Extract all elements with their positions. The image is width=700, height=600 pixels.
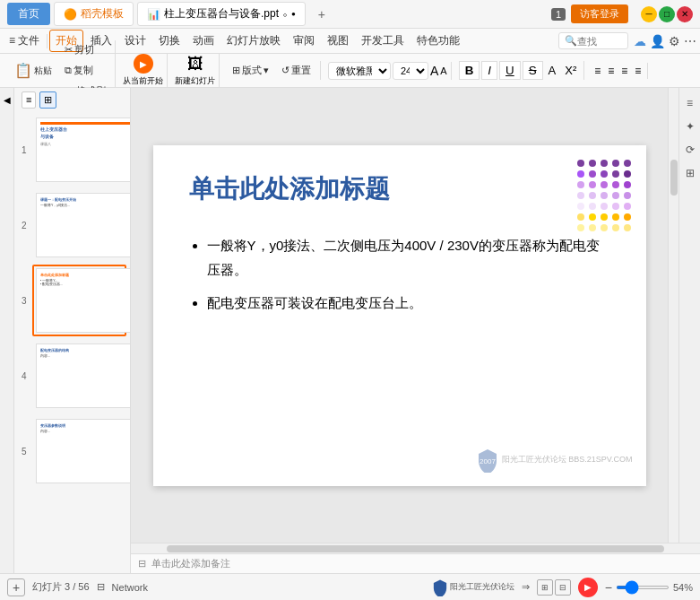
template-tab[interactable]: 🟠 稻壳模板 <box>54 2 134 26</box>
minimize-button[interactable]: ─ <box>641 6 657 22</box>
zoom-slider[interactable] <box>616 586 670 589</box>
login-button[interactable]: 访客登录 <box>571 4 628 23</box>
panel-toggle-button[interactable]: ◀ <box>0 88 14 573</box>
slide-number-2: 2 <box>22 221 27 230</box>
dot <box>601 213 608 221</box>
font-size-decrease-icon[interactable]: A <box>440 65 446 76</box>
dot <box>624 181 631 188</box>
align-left-icon[interactable]: ≡ <box>592 63 603 79</box>
bullet-2: 配电变压器可装设在配电变压台上。 <box>207 291 610 315</box>
menu-review[interactable]: 审阅 <box>288 30 320 51</box>
cut-button[interactable]: ✂ 剪切 <box>59 40 111 59</box>
layout-button[interactable]: ⊞ 版式 ▾ <box>227 61 274 80</box>
menu-devtools[interactable]: 开发工具 <box>356 30 410 51</box>
bold-button[interactable]: B <box>459 61 480 80</box>
outline-tab[interactable]: ≡ <box>22 91 36 109</box>
slide-thumb-1[interactable]: 1 柱上变压器台 与设备 课题八 <box>32 114 126 186</box>
separator-icon: ⊟ <box>97 581 105 593</box>
title-bar-left: 首页 🟠 稻壳模板 📊 柱上变压器台与设备.ppt ⬦ ● + <box>7 2 334 26</box>
horizontal-scrollbar[interactable] <box>131 543 700 553</box>
dot <box>612 224 619 231</box>
dot <box>601 160 608 167</box>
menu-animation[interactable]: 动画 <box>187 30 220 51</box>
copy-button[interactable]: ⧉ 复制 <box>59 61 111 80</box>
right-panel-btn-3[interactable]: ⟳ <box>682 142 698 158</box>
thumbnail-tab[interactable]: ⊞ <box>39 91 56 109</box>
right-panel-btn-1[interactable]: ≡ <box>682 95 698 111</box>
text-format-group: B I U S A X² <box>455 61 585 80</box>
new-slide-button[interactable]: 🖼 <box>186 54 205 74</box>
paste-icon: 📋 <box>14 62 32 79</box>
zoom-minus-button[interactable]: − <box>605 580 612 595</box>
dot <box>601 192 608 199</box>
slide-content[interactable]: 一般将Y，y0接法、二次侧电压为400V / 230V的变压器称为配电变压器。 … <box>153 233 646 315</box>
dot <box>589 160 596 167</box>
dot <box>589 203 596 210</box>
normal-view-button[interactable]: ⊞ <box>537 579 553 596</box>
slide-canvas[interactable]: 单击此处添加标题 一般将Y，y0接法、二次侧电压为400V / 230V的变压器… <box>153 145 646 486</box>
decorative-dots <box>577 160 632 231</box>
slides-panel: ≡ ⊞ 1 柱上变压器台 与设备 课题八 2 课题一：配电变压开始 一般将Y，y… <box>14 88 131 573</box>
dot <box>589 170 596 178</box>
menu-design[interactable]: 设计 <box>119 30 151 51</box>
justify-icon[interactable]: ≡ <box>632 63 644 79</box>
font-size-select[interactable]: 24 <box>393 62 428 80</box>
paste-button[interactable]: 📋 粘贴 <box>9 59 57 82</box>
notes-placeholder: 单击此处添加备注 <box>151 557 230 570</box>
strikethrough-button[interactable]: S <box>523 61 543 80</box>
menu-view[interactable]: 视图 <box>322 30 354 51</box>
search-input[interactable] <box>577 36 622 47</box>
slide-thumb-5[interactable]: 5 变压器参数说明 内容... <box>32 415 126 487</box>
vertical-scrollbar[interactable] <box>668 88 678 543</box>
shield-small-icon <box>432 578 448 596</box>
align-right-icon[interactable]: ≡ <box>618 63 630 79</box>
italic-button[interactable]: I <box>481 61 497 80</box>
notes-bar[interactable]: ⊟ 单击此处添加备注 <box>131 553 700 573</box>
dot <box>577 170 584 178</box>
font-color-icon[interactable]: A <box>545 62 560 79</box>
user-icon: 👤 <box>650 34 665 48</box>
slide-title-placeholder[interactable]: 单击此处添加标题 <box>153 145 646 215</box>
home-tab[interactable]: 首页 <box>7 3 50 25</box>
menu-slideshow[interactable]: 幻灯片放映 <box>221 30 286 51</box>
dot <box>612 170 619 178</box>
slideshow-group: ▶ 从当前开始 <box>119 54 168 87</box>
title-bar-right: 1 访客登录 ─ □ ✕ <box>551 4 693 23</box>
font-size-increase-icon[interactable]: A <box>430 64 438 78</box>
right-panel-btn-4[interactable]: ⊞ <box>682 165 698 181</box>
slide-thumb-3[interactable]: 3 单击此处添加标题 • 一般将Y... • 配电变压器... <box>32 265 126 336</box>
font-group: 微软雅黑 24 A A <box>324 62 452 80</box>
dot <box>577 181 584 188</box>
grid-view-button[interactable]: ⊟ <box>555 579 571 596</box>
shield-icon: 2007 <box>477 448 498 473</box>
dot <box>612 192 619 199</box>
slide-thumb-2[interactable]: 2 课题一：配电变压开始 一般将Y，y0接法... <box>32 189 126 261</box>
add-slide-button[interactable]: + <box>7 578 25 596</box>
menu-switch[interactable]: 切换 <box>153 30 186 51</box>
slide-thumb-4[interactable]: 4 配电变压器的结构 内容... <box>32 340 126 412</box>
search-icon: 🔍 <box>565 35 577 47</box>
dot <box>601 181 608 188</box>
dot <box>624 192 631 199</box>
search-box[interactable]: 🔍 <box>558 32 628 49</box>
maximize-button[interactable]: □ <box>659 6 675 22</box>
highlight-icon[interactable]: X² <box>561 62 580 79</box>
file-tab[interactable]: 📊 柱上变压器台与设备.ppt ⬦ ● <box>137 2 306 26</box>
layout-icon: ⊞ <box>232 65 240 76</box>
reset-button[interactable]: ↺ 重置 <box>276 61 316 80</box>
arrow-button[interactable]: ⇒ <box>522 581 530 593</box>
logo-text: 阳光工匠光伏论坛 BBS.21SPV.COM <box>502 455 633 465</box>
right-panel-btn-2[interactable]: ✦ <box>682 118 698 135</box>
collapse-icon: ◀ <box>4 95 11 105</box>
menu-special[interactable]: 特色功能 <box>411 30 465 51</box>
view-buttons: ⊞ ⊟ <box>537 579 571 596</box>
align-center-icon[interactable]: ≡ <box>605 63 617 79</box>
new-tab-button[interactable]: + <box>309 4 334 25</box>
play-status-button[interactable]: ▶ <box>578 578 598 597</box>
underline-button[interactable]: U <box>499 61 521 80</box>
font-family-select[interactable]: 微软雅黑 <box>328 62 391 80</box>
play-button[interactable]: ▶ <box>134 54 153 74</box>
close-button[interactable]: ✕ <box>677 6 693 22</box>
watermark: 2007 阳光工匠光伏论坛 BBS.21SPV.COM <box>477 448 633 473</box>
reset-icon: ↺ <box>281 65 290 76</box>
